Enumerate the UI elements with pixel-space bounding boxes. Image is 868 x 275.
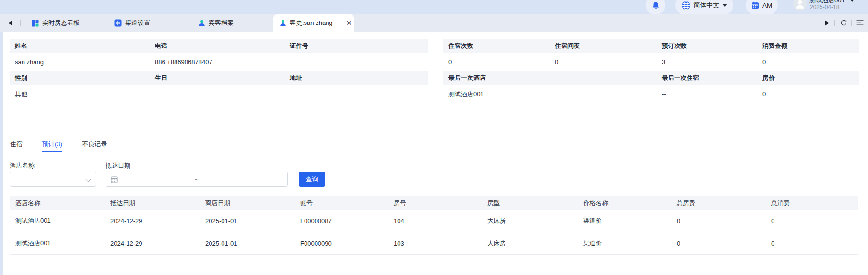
cell-room-no: 104 <box>388 210 481 232</box>
table-header-row: 酒店名称 抵达日期 离店日期 账号 房号 房型 价格名称 总房费 总消费 <box>10 196 858 210</box>
chevron-down-icon <box>722 4 727 7</box>
tab-bad-records[interactable]: 不良记录 <box>82 136 107 152</box>
search-button[interactable]: 查询 <box>299 172 325 187</box>
scroll-tabs-right-button[interactable] <box>825 20 829 26</box>
arrival-date-range-input[interactable]: ~ <box>106 172 288 187</box>
guest-phone: 886 +886906878407 <box>150 58 284 66</box>
column-header: 性别 <box>10 74 150 82</box>
room-rate: 0 <box>757 91 859 98</box>
topbar: 简体中文 AM 测试酒店001 2025-04-18 <box>0 0 868 14</box>
chevron-down-icon <box>850 0 855 2</box>
tab-separator <box>103 20 103 26</box>
dashboard-icon <box>32 20 39 27</box>
tab-stay[interactable]: 住宿 <box>10 136 23 152</box>
cell-hotel: 测试酒店001 <box>10 232 105 255</box>
tab-bar: 实时房态看板 渠道设置 宾客档案 客史:san zhang × <box>0 14 868 32</box>
tab-guest-files[interactable]: 宾客档案 <box>199 14 234 32</box>
notifications-button[interactable] <box>646 0 665 14</box>
column-header: 最后一次住宿 <box>656 74 757 82</box>
person-icon <box>199 20 205 26</box>
window-edge <box>0 32 3 275</box>
menu-list-icon[interactable] <box>856 20 864 26</box>
cell-room-no: 103 <box>388 232 481 255</box>
cell-room-type: 大床房 <box>481 210 577 232</box>
reservations-table: 酒店名称 抵达日期 离店日期 账号 房号 房型 价格名称 总房费 总消费 测试酒… <box>10 196 858 255</box>
guest-info-value-row: 其他 <box>10 85 428 103</box>
table-row[interactable]: 测试酒店001 2024-12-29 2025-01-01 F00000087 … <box>10 210 858 232</box>
calendar-icon <box>111 176 118 183</box>
language-selector[interactable]: 简体中文 <box>675 0 733 14</box>
hotel-name-select[interactable] <box>10 172 96 187</box>
hotel-name-label: 酒店名称 <box>10 161 35 170</box>
guest-stats-header-row: 住宿次数 住宿间夜 预订次数 消费金额 <box>443 39 859 53</box>
column-header: 消费金额 <box>757 42 859 50</box>
app-window: 简体中文 AM 测试酒店001 2025-04-18 实时房态 <box>0 0 868 275</box>
guest-gender: 其他 <box>10 90 150 99</box>
column-header: 姓名 <box>10 42 150 50</box>
tab-separator <box>834 20 835 26</box>
column-header: 总消费 <box>765 196 858 210</box>
column-header: 账号 <box>294 196 388 210</box>
guest-stats-panel: 住宿次数 住宿间夜 预订次数 消费金额 0 0 3 0 最后一次酒店 最后一次住… <box>443 39 859 103</box>
column-header: 房型 <box>481 196 577 210</box>
column-header: 价格名称 <box>577 196 671 210</box>
scroll-tabs-left-button[interactable] <box>8 20 12 26</box>
guest-info-value-row: san zhang 886 +886906878407 <box>10 53 428 71</box>
tab-label: 客史:san zhang <box>290 19 333 27</box>
tab-label: 实时房态看板 <box>42 19 80 27</box>
arrival-date-label: 抵达日期 <box>106 161 130 170</box>
column-header: 抵达日期 <box>105 196 199 210</box>
cell-rate-name: 渠道价 <box>577 232 671 255</box>
tab-channel-settings[interactable]: 渠道设置 <box>114 14 150 32</box>
column-header: 总房费 <box>671 196 765 210</box>
language-label: 简体中文 <box>693 1 719 10</box>
cell-room-type: 大床房 <box>481 232 577 255</box>
tab-room-status-board[interactable]: 实时房态看板 <box>32 14 80 32</box>
column-header: 电话 <box>150 42 284 50</box>
last-stay: -- <box>656 91 757 98</box>
date-range-separator: ~ <box>195 176 199 183</box>
tab-label: 渠道设置 <box>125 19 150 27</box>
user-menu[interactable]: 测试酒店001 2025-04-18 <box>809 0 867 14</box>
cell-total-consumption: 0 <box>765 232 858 255</box>
avatar[interactable] <box>793 0 807 11</box>
table-row[interactable]: 测试酒店001 2024-12-29 2025-01-01 F00000090 … <box>10 232 858 255</box>
guest-info-header-row: 性别 生日 地址 <box>10 71 428 85</box>
chevron-down-icon <box>85 176 91 182</box>
guest-info-header-row: 姓名 电话 证件号 <box>10 39 428 53</box>
cell-account: F00000090 <box>294 232 388 255</box>
guest-info-panel: 姓名 电话 证件号 san zhang 886 +886906878407 性别… <box>10 39 428 103</box>
cell-departure: 2025-01-01 <box>199 210 294 232</box>
column-header: 住宿间夜 <box>549 42 656 50</box>
cell-hotel: 测试酒店001 <box>10 210 105 232</box>
column-header: 生日 <box>150 74 284 82</box>
business-date: 2025-04-18 <box>810 4 839 11</box>
reservation-count: 3 <box>656 58 757 66</box>
shift-selector[interactable]: AM <box>746 0 778 14</box>
calendar-icon <box>751 1 759 9</box>
bell-icon <box>652 1 660 10</box>
stay-count: 0 <box>443 58 549 66</box>
tab-guest-history-active[interactable]: 客史:san zhang × <box>273 14 354 32</box>
section-divider <box>0 126 868 126</box>
refresh-icon[interactable] <box>840 19 847 26</box>
cell-total-consumption: 0 <box>765 210 858 232</box>
cell-rate-name: 渠道价 <box>577 210 671 232</box>
tab-separator <box>20 20 21 26</box>
tab-reservation[interactable]: 预订(3) <box>42 136 62 152</box>
person-icon <box>280 20 286 26</box>
column-header: 证件号 <box>284 42 428 50</box>
column-header: 地址 <box>284 74 428 82</box>
close-icon[interactable]: × <box>347 19 352 27</box>
guest-name: san zhang <box>10 58 150 66</box>
globe-icon <box>681 1 691 10</box>
cell-arrival: 2024-12-29 <box>105 210 199 232</box>
consumption-amount: 0 <box>757 58 859 66</box>
cell-departure: 2025-01-01 <box>199 232 294 255</box>
cell-total-room-fee: 0 <box>671 210 765 232</box>
guest-stats-value-row: 0 0 3 0 <box>443 53 859 71</box>
column-header: 离店日期 <box>199 196 294 210</box>
column-header: 住宿次数 <box>443 42 549 50</box>
cell-account: F00000087 <box>294 210 388 232</box>
guest-stats-value-row: 测试酒店001 -- 0 <box>443 85 859 103</box>
